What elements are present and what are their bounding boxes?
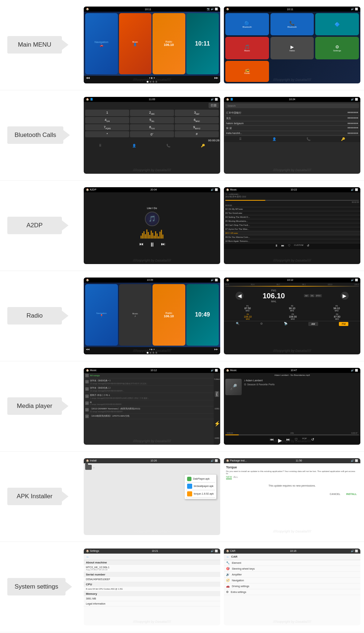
nav-tile[interactable]: Navigation 🚗 [85,13,118,74]
key-9[interactable]: 9WXYZ [175,124,219,131]
np-repeat-btn[interactable]: ↺ [311,437,314,443]
radio-music-tile[interactable]: Music ♪ [119,284,152,346]
pkg-tab-all[interactable]: ALL [233,476,238,479]
radio-nav-tile[interactable]: Navigation 📍 [85,284,118,346]
nav-apps-icon[interactable]: ⠿ [99,144,102,148]
car-item-driving[interactable]: 🚗 Driving settings [224,583,360,589]
next-btn-2[interactable]: ⏭ [281,244,284,248]
pkg-install-btn[interactable]: INSTALL [345,492,358,496]
car-settings-back-row[interactable]: ← CAR [224,554,360,560]
preset-p1[interactable]: P1 87.50 MHZ [244,305,251,312]
search-icon-radio[interactable]: 🔍 [236,322,240,326]
key-6[interactable]: 6MNO [175,117,219,123]
car-item-steering[interactable]: 🎯 Steering wheel keys [224,566,360,572]
prev-btn[interactable]: ⏮ [139,241,143,248]
nav-more-icon[interactable]: 🔑 [201,144,205,148]
song-item-7[interactable]: 08 F-VR.wav [224,231,360,235]
contact-item-2[interactable]: 龙生 ■■■■■■■ [225,116,360,121]
key-8[interactable]: 8TUV [130,124,174,131]
pkg-cancel-btn[interactable]: CANCEL [328,492,342,496]
settings-back-row[interactable]: ← [84,554,220,560]
key-star[interactable]: * [85,131,129,137]
np-next-btn[interactable]: ⏭ [286,437,290,443]
preset-p2[interactable]: P2 90.10 MHZ [289,305,296,312]
key-7[interactable]: 7PQRS [85,124,129,131]
song-item-9[interactable]: 10 Born Again Tomorro... [224,239,360,243]
contact-item-3[interactable]: hatem belgaum ■■■■■■■ [225,121,360,126]
repeat-btn[interactable]: ↺ [307,244,309,248]
media-item-5[interactable]: ♪ 《2013 GRAMMY Nominees》(格莱美的辉煌(2013)22 … [84,406,220,414]
apk-file-1[interactable]: DabPlayer.apk [186,476,215,483]
car-item-extra[interactable]: ⚙ Extra settings [224,589,360,595]
song-item-4[interactable]: 05 Moving Mountains... [224,219,360,223]
bt-tile-bluetooth[interactable]: 🔵 Bluetooth [225,13,269,35]
contacts-search[interactable]: Search [225,103,359,108]
pty-btn[interactable]: PTY [315,294,322,297]
pkg-tab-new[interactable]: NEW [226,476,232,479]
play-pause-btn[interactable]: ⏸ [149,241,155,248]
song-item-5[interactable]: 06 Can't Stop The Fecli... [224,223,360,227]
nav-apps-icon-2[interactable]: ⠿ [239,137,242,141]
key-0[interactable]: 0+ [130,131,174,137]
scan-icon[interactable]: ⊙ [260,322,263,326]
car-item-element[interactable]: 🔧 Element [224,560,360,566]
car-settings-back-arrow[interactable]: ← [226,555,230,559]
song-item-8[interactable]: 09 Do You Wanna Com... [224,235,360,239]
media-item-3[interactable]: ♪ 黑鸭子-伴你二十年-11 songs /storage/E242A40E42… [84,393,220,400]
song-item-3[interactable]: 04 Setting The World O... [224,215,360,219]
preset-p6[interactable]: P6 87.50 MHZ [334,313,340,320]
nav-phone-icon-2[interactable]: 📞 [306,137,310,141]
nav-phone-icon[interactable]: 📞 [166,144,170,148]
key-1[interactable]: 1 [85,110,129,116]
antenna-icon[interactable]: 📡 [284,322,288,326]
settings-back-arrow[interactable]: ← [86,555,90,559]
radio-freq-tile[interactable]: Radio 106.10 [153,284,185,346]
nav-more-icon-2[interactable]: 🔑 [341,137,345,141]
key-4[interactable]: 4GHI [85,117,129,123]
np-prev-btn[interactable]: ⏮ [270,437,274,443]
preset-p4[interactable]: P4 106.10 MHZ [244,313,252,320]
apk-file-3[interactable]: torque-1.8.92.apk [186,490,215,498]
settings-legal[interactable]: Legal information [84,601,220,606]
key-5[interactable]: 5JKL [130,117,174,123]
bt-tile-video[interactable]: ▶ Video [270,37,314,59]
fm-btn[interactable]: FM [339,322,348,326]
np-play-btn[interactable]: ▶ [278,437,282,443]
bt-tile-cyan[interactable]: 🔷 [315,13,359,35]
key-hash[interactable]: # [175,131,219,137]
contact-item-5[interactable]: India harshit... ■■■■■■■ [225,131,360,135]
song-item-1[interactable]: 02 Oh My MY.wav [224,207,360,211]
next-station-btn[interactable]: ▶ [341,292,349,300]
bt-tile-music[interactable]: 🎵 Music [225,37,269,59]
contact-item-1[interactable]: 汇丰中国银行 ■■■■■■■ [225,110,360,116]
song-item-2[interactable]: 03 Too Good.wav [224,211,360,215]
preset-p3[interactable]: P3 98.10 MHZ [333,305,340,312]
custom-btn[interactable]: CUSTOM [294,244,304,248]
af-btn[interactable]: AF [304,294,309,297]
pause-btn[interactable]: ⏸ [275,244,278,248]
car-item-navigation[interactable]: 🧭 Navigation [224,578,360,583]
media-item-4[interactable]: ♪ dj2 songs /storage/E242A40E42A3E60F/ [84,400,220,406]
car-item-amplifier[interactable]: 🔊 Amplifier [224,572,360,578]
media-item-1[interactable]: ♪ 张学友《聆听经典一》13 songs /storage/E242A40E42… [84,378,220,386]
key-2[interactable]: 2ABC [130,110,174,116]
next-btn[interactable]: ⏭ [161,241,165,248]
key-3[interactable]: 3DEF [175,110,219,116]
ta-btn[interactable]: TA [310,294,314,297]
contact-item-4[interactable]: 侯 波 ■■■■■■■ [225,126,360,131]
media-item-2[interactable]: ♪ 张学友《聆听经典二》13 songs /storage/E242A40E42… [84,386,220,393]
nav-contacts-icon-2[interactable]: 👤 [272,137,276,141]
bt-tile-calls[interactable]: 📞 Bluetooth [270,13,314,35]
am-btn[interactable]: AM [308,322,318,326]
np-heart-btn[interactable]: ♡ [294,437,298,443]
preset-p5[interactable]: P5 108.00 MHZ [289,313,297,320]
nav-contacts-icon[interactable]: 👤 [132,144,136,148]
song-item-6[interactable]: 07 Hymn For The Wee... [224,227,360,231]
bt-tile-settings[interactable]: ⚙ Settings [315,37,359,59]
music-tile[interactable]: Music 👤 [119,13,152,74]
flash-btn[interactable]: Flash [215,391,219,397]
media-header[interactable]: ↑ All songs [84,373,220,378]
radio-tile[interactable]: Radio 106.10 [153,13,185,74]
media-item-6[interactable]: ♪ 《2015格莱美的辉煌》UPDTS-WAV分轨 [84,414,220,419]
apk-file-2[interactable]: birdwallpaper.apk [186,483,215,490]
